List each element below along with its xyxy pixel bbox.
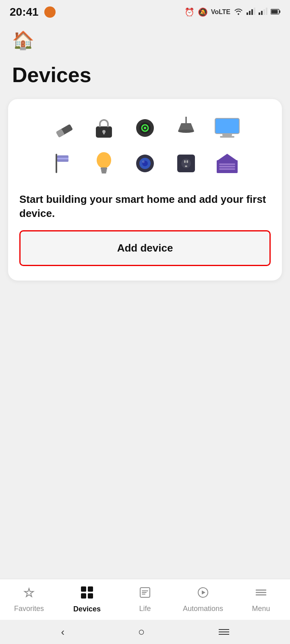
svg-rect-41: [186, 160, 188, 163]
nav-item-devices[interactable]: Devices: [58, 586, 116, 613]
svg-point-37: [142, 161, 145, 163]
life-icon: [139, 586, 151, 602]
device-icons-grid: [19, 114, 271, 178]
bulb-icon: [89, 149, 118, 178]
alarm-icon: ⏰: [184, 7, 195, 17]
home-button[interactable]: ○: [138, 625, 145, 638]
nav-label-automations: Automations: [183, 605, 223, 613]
system-nav: ‹ ○: [0, 620, 290, 644]
status-icons: ⏰ 🔕 VoLTE: [184, 7, 280, 17]
nav-item-life[interactable]: Life: [116, 586, 174, 613]
svg-rect-46: [219, 166, 235, 167]
svg-rect-49: [88, 586, 93, 592]
menu-icon: [255, 586, 267, 602]
nav-label-life: Life: [139, 605, 151, 613]
nav-label-menu: Menu: [252, 605, 270, 613]
home-area[interactable]: 🏠: [0, 22, 290, 55]
nav-item-menu[interactable]: Menu: [232, 586, 290, 613]
svg-rect-26: [220, 136, 234, 138]
volte-icon: VoLTE: [211, 8, 230, 16]
home-icon: 🏠: [12, 30, 34, 50]
svg-rect-25: [222, 134, 232, 136]
svg-rect-2: [251, 9, 253, 15]
bottom-nav: Favorites Devices Life Automations Menu: [0, 579, 290, 620]
svg-rect-32: [101, 170, 107, 172]
recent-button[interactable]: [219, 628, 229, 636]
nav-label-devices: Devices: [73, 605, 101, 613]
monitor-icon: [213, 114, 242, 142]
lamp-icon: [172, 114, 201, 142]
svg-rect-15: [103, 132, 105, 134]
mute-icon: 🔕: [198, 7, 208, 17]
svg-rect-10: [271, 10, 278, 13]
garage-icon: [213, 149, 242, 178]
device-icons-row-1: [48, 114, 242, 142]
device-icons-row-2: [48, 149, 242, 178]
eraser-icon: [48, 114, 77, 142]
svg-rect-48: [81, 586, 86, 592]
svg-rect-29: [57, 158, 68, 159]
svg-rect-31: [101, 167, 107, 170]
add-device-button[interactable]: Add device: [19, 230, 271, 266]
svg-rect-0: [246, 12, 248, 15]
camera-icon: [130, 149, 160, 178]
svg-rect-40: [184, 160, 186, 163]
svg-marker-43: [217, 154, 238, 161]
lock-icon: [89, 114, 118, 142]
svg-rect-33: [102, 172, 106, 173]
signal2-icon: [259, 8, 267, 17]
svg-rect-27: [56, 154, 57, 173]
cta-text: Start building your smart home and add y…: [19, 192, 271, 221]
nav-label-favorites: Favorites: [14, 605, 44, 613]
svg-rect-3: [254, 8, 255, 15]
battery-icon: [271, 8, 280, 17]
svg-rect-5: [261, 11, 263, 15]
svg-rect-4: [259, 12, 260, 15]
devices-icon: [80, 586, 94, 603]
svg-point-42: [185, 165, 187, 167]
signal-icon: [246, 8, 255, 17]
svg-point-30: [97, 152, 111, 168]
svg-rect-23: [215, 118, 239, 134]
svg-point-22: [178, 130, 194, 133]
svg-rect-1: [249, 11, 251, 15]
status-bar: 20:41 ⏰ 🔕 VoLTE: [0, 0, 290, 22]
svg-rect-9: [279, 10, 280, 13]
main-card: Start building your smart home and add y…: [8, 99, 282, 281]
ring-icon: [130, 114, 160, 142]
svg-rect-51: [88, 593, 93, 599]
svg-rect-47: [219, 168, 235, 170]
svg-rect-45: [219, 163, 235, 165]
avatar-icon: [44, 6, 56, 18]
outlet-icon: [172, 149, 201, 178]
automations-icon: [197, 586, 209, 602]
nav-item-favorites[interactable]: Favorites: [0, 586, 58, 613]
svg-rect-7: [266, 8, 267, 15]
page-title: Devices: [0, 55, 290, 99]
svg-point-19: [144, 127, 146, 129]
svg-rect-6: [263, 9, 265, 15]
svg-marker-54: [202, 590, 205, 594]
flag-icon: [48, 149, 77, 178]
back-button[interactable]: ‹: [61, 626, 64, 638]
favorites-icon: [23, 586, 35, 602]
status-time: 20:41: [10, 6, 39, 19]
svg-rect-50: [81, 593, 86, 599]
nav-item-automations[interactable]: Automations: [174, 586, 232, 613]
wifi-icon: [234, 8, 243, 17]
